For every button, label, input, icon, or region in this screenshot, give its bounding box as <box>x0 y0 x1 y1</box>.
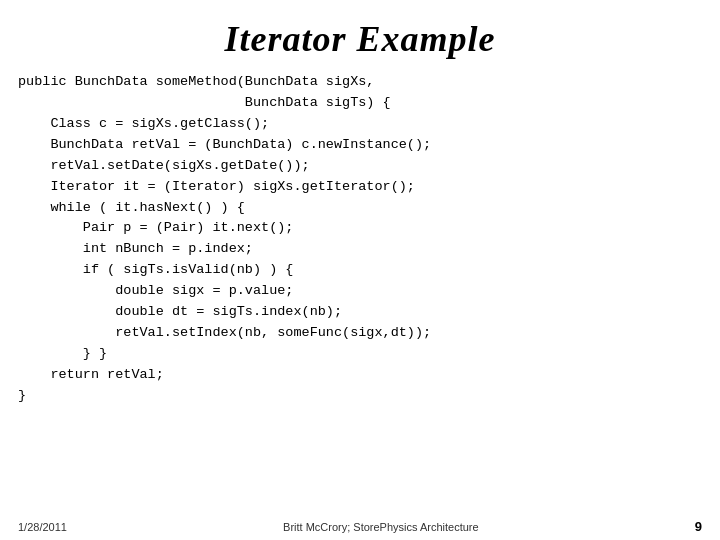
code-line-11: double sigx = p.value; <box>18 283 293 298</box>
footer: 1/28/2011 Britt McCrory; StorePhysics Ar… <box>0 515 720 540</box>
code-line-15: return retVal; <box>18 367 164 382</box>
code-line-8: Pair p = (Pair) it.next(); <box>18 220 293 235</box>
code-line-6: Iterator it = (Iterator) sigXs.getIterat… <box>18 179 415 194</box>
code-block: public BunchData someMethod(BunchData si… <box>0 70 720 515</box>
code-line-3: Class c = sigXs.getClass(); <box>18 116 269 131</box>
code-line-14: } } <box>18 346 107 361</box>
code-line-2: BunchData sigTs) { <box>18 95 391 110</box>
footer-date: 1/28/2011 <box>18 521 67 533</box>
code-line-5: retVal.setDate(sigXs.getDate()); <box>18 158 310 173</box>
code-line-10: if ( sigTs.isValid(nb) ) { <box>18 262 293 277</box>
code-line-12: double dt = sigTs.index(nb); <box>18 304 342 319</box>
code-line-1: public BunchData someMethod(BunchData si… <box>18 74 374 89</box>
code-line-9: int nBunch = p.index; <box>18 241 253 256</box>
footer-attribution: Britt McCrory; StorePhysics Architecture <box>67 521 695 533</box>
code-closing: } <box>18 388 26 403</box>
slide-title: Iterator Example <box>0 0 720 70</box>
footer-page-number: 9 <box>695 519 702 534</box>
code-line-7: while ( it.hasNext() ) { <box>18 200 245 215</box>
slide: Iterator Example public BunchData someMe… <box>0 0 720 540</box>
code-line-13: retVal.setIndex(nb, someFunc(sigx,dt)); <box>18 325 431 340</box>
code-line-4: BunchData retVal = (BunchData) c.newInst… <box>18 137 431 152</box>
